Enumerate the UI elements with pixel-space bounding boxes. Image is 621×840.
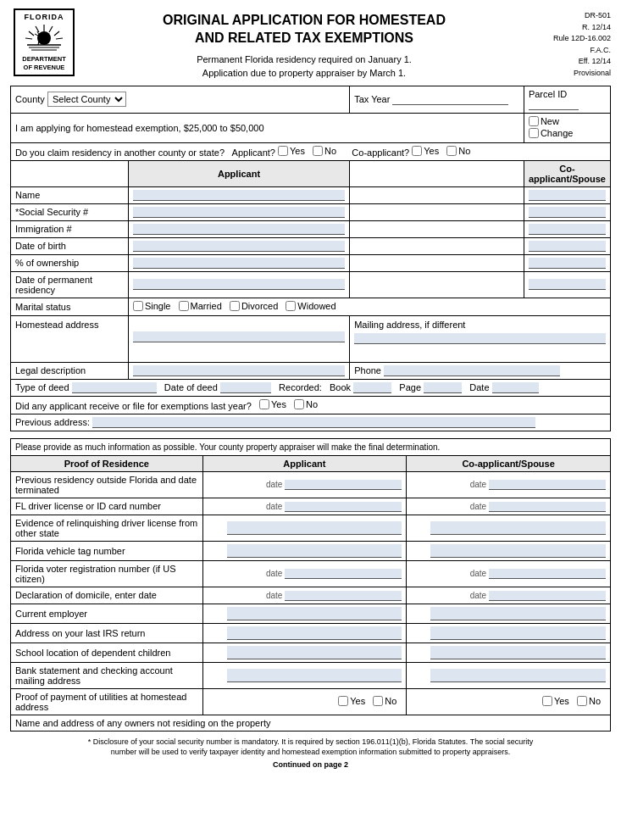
por-coapp-input[interactable] (489, 569, 606, 579)
change-checkbox-label[interactable]: Change (529, 128, 574, 138)
por-app-input[interactable] (285, 591, 402, 601)
por-row: Name and address of any owners not resid… (11, 715, 611, 731)
por-app-input[interactable] (227, 626, 402, 640)
ssn-coapplicant-input[interactable] (529, 207, 606, 218)
coapp-no-label[interactable]: No (446, 146, 470, 156)
mailing-address-label: Mailing address, if different (354, 320, 465, 330)
por-applicant-cell (202, 662, 407, 688)
por-applicant-cell (202, 541, 407, 560)
por-applicant-cell: date (202, 498, 407, 515)
name-label: Name (11, 186, 129, 203)
married-checkbox[interactable] (179, 301, 189, 311)
svg-line-5 (29, 31, 34, 36)
coapp-yes-label[interactable]: Yes (412, 146, 439, 156)
coapp-yes-checkbox[interactable] (412, 146, 422, 156)
svg-line-3 (56, 38, 63, 39)
married-label[interactable]: Married (179, 301, 222, 311)
por-app-input[interactable] (285, 569, 402, 579)
svg-line-2 (54, 31, 59, 36)
exlast-yes-label[interactable]: Yes (259, 399, 286, 409)
deed-date-input[interactable] (492, 382, 539, 393)
por-app-input[interactable] (227, 646, 402, 659)
por-coapplicant-cell (407, 662, 611, 688)
dob-coapplicant-input[interactable] (529, 241, 606, 252)
por-app-input[interactable] (227, 521, 402, 535)
coapp-no-checkbox[interactable] (446, 146, 457, 156)
por-coapp-yes-checkbox[interactable] (542, 696, 552, 706)
book-label: Book (330, 382, 351, 392)
exlast-no-checkbox[interactable] (294, 399, 304, 409)
por-header-row: Proof of Residence Applicant Co-applican… (11, 455, 611, 471)
divorced-checkbox[interactable] (230, 301, 240, 311)
perm-residency-coapplicant-input[interactable] (529, 279, 606, 290)
applicant-label: Applicant? (232, 147, 275, 158)
por-app-input[interactable] (227, 607, 402, 620)
name-coapplicant-input[interactable] (529, 190, 606, 201)
date-of-deed-input[interactable] (220, 382, 271, 393)
por-app-input[interactable] (285, 502, 402, 512)
type-of-deed-input[interactable] (72, 382, 157, 393)
page-header: FLORIDA (10, 8, 611, 81)
por-coapp-no-checkbox[interactable] (577, 696, 587, 706)
por-coapp-input[interactable] (430, 607, 606, 620)
exlast-no-label[interactable]: No (294, 399, 318, 409)
new-checkbox[interactable] (529, 116, 539, 126)
phone-input[interactable] (384, 365, 560, 376)
por-coapp-input[interactable] (430, 626, 606, 640)
divorced-label[interactable]: Divorced (230, 301, 278, 311)
exemption-text: I am applying for homestead exemption, $… (15, 123, 264, 133)
change-checkbox[interactable] (529, 128, 539, 138)
immigration-applicant-input[interactable] (133, 224, 345, 235)
por-coapp-input[interactable] (430, 646, 606, 659)
tax-year-input[interactable] (392, 94, 507, 105)
exlast-yes-checkbox[interactable] (259, 399, 269, 409)
single-label[interactable]: Single (133, 301, 171, 311)
perm-residency-applicant-input[interactable] (133, 279, 345, 290)
por-applicant-cell: date (202, 587, 407, 604)
new-checkbox-label[interactable]: New (529, 116, 559, 126)
por-app-yes-checkbox[interactable] (338, 696, 348, 706)
por-app-input[interactable] (227, 669, 402, 682)
legal-description-input[interactable] (133, 365, 345, 376)
app-no-checkbox[interactable] (313, 146, 323, 156)
exemptions-last-year-text: Did any applicant receive or file for ex… (15, 401, 252, 411)
name-applicant-input[interactable] (133, 190, 345, 201)
homestead-address-input[interactable] (133, 331, 345, 342)
dob-row: Date of birth (11, 237, 611, 254)
app-yes-checkbox[interactable] (278, 146, 288, 156)
por-coapp-input[interactable] (430, 669, 606, 682)
previous-address-input[interactable] (92, 417, 535, 428)
parcel-id-input[interactable] (529, 99, 579, 110)
date-of-deed-label: Date of deed (164, 382, 218, 392)
por-app-no-checkbox[interactable] (373, 696, 383, 706)
mailing-address-input[interactable] (354, 333, 606, 344)
por-coapplicant-cell: date (407, 587, 611, 604)
address-row: Homestead address Mailing address, if di… (11, 315, 611, 362)
por-note: Please provide as much information as po… (10, 438, 611, 455)
por-coapp-input[interactable] (489, 502, 606, 512)
ownership-coapplicant-input[interactable] (529, 258, 606, 269)
por-row: Current employer (11, 604, 611, 623)
county-select[interactable]: Select County (47, 92, 126, 107)
por-coapp-input[interactable] (430, 521, 606, 535)
por-coapp-input[interactable] (489, 480, 606, 490)
name-row: Name (11, 186, 611, 203)
por-row-label: Evidence of relinquishing driver license… (11, 515, 203, 541)
app-no-label[interactable]: No (313, 146, 336, 156)
app-yes-label[interactable]: Yes (278, 146, 305, 156)
widowed-checkbox[interactable] (286, 301, 296, 311)
dob-applicant-input[interactable] (133, 241, 345, 252)
main-form-table: County Select County Tax Year Parcel ID … (10, 86, 611, 431)
ownership-applicant-input[interactable] (133, 258, 345, 269)
legal-label: Legal description (11, 362, 129, 379)
book-input[interactable] (353, 382, 391, 393)
por-coapp-input[interactable] (489, 591, 606, 601)
por-app-input[interactable] (285, 480, 402, 490)
single-checkbox[interactable] (133, 301, 143, 311)
por-app-input[interactable] (227, 544, 402, 558)
ssn-applicant-input[interactable] (133, 207, 345, 218)
immigration-coapplicant-input[interactable] (529, 224, 606, 235)
widowed-label[interactable]: Widowed (286, 301, 335, 311)
por-coapp-input[interactable] (430, 544, 606, 558)
page-input[interactable] (424, 382, 462, 393)
